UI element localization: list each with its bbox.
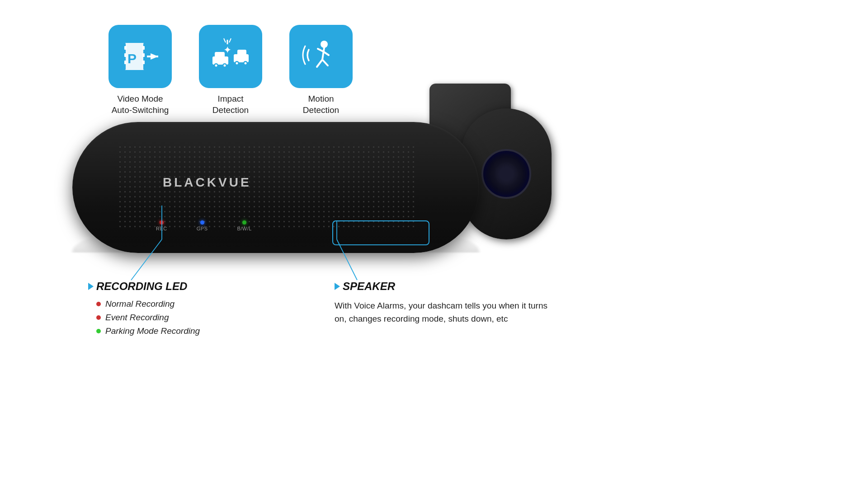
svg-rect-8 bbox=[142, 61, 145, 64]
speaker-description: With Voice Alarms, your dashcam tells yo… bbox=[335, 299, 552, 326]
svg-rect-7 bbox=[142, 53, 145, 57]
motion-detection-icon-box bbox=[289, 25, 353, 88]
video-mode-icon-box: P bbox=[108, 25, 172, 88]
svg-line-30 bbox=[318, 49, 323, 51]
svg-rect-4 bbox=[124, 53, 127, 57]
speaker-title: SPEAKER bbox=[335, 280, 552, 293]
led-bwl-label: B/W/L bbox=[237, 226, 251, 231]
led-bwl: B/W/L bbox=[237, 220, 251, 231]
svg-line-26 bbox=[224, 38, 226, 42]
dot-red-event bbox=[96, 315, 101, 320]
led-gps: GPS bbox=[197, 220, 208, 231]
svg-rect-6 bbox=[142, 46, 145, 50]
led-rec-dot bbox=[160, 220, 164, 225]
led-row: REC GPS B/W/L bbox=[156, 220, 252, 231]
led-gps-label: GPS bbox=[197, 226, 208, 231]
lens bbox=[481, 149, 531, 199]
led-rec: REC bbox=[156, 220, 167, 231]
svg-line-27 bbox=[229, 38, 231, 42]
speaker-annotation: SPEAKER With Voice Alarms, your dashcam … bbox=[335, 280, 552, 326]
svg-point-16 bbox=[215, 65, 217, 67]
page-container: P Video Mode Auto-Switching bbox=[0, 0, 868, 482]
led-gps-dot bbox=[200, 220, 204, 225]
list-item: Normal Recording bbox=[96, 299, 200, 309]
svg-line-29 bbox=[322, 48, 324, 60]
dot-green-parking bbox=[96, 329, 101, 333]
list-item: Event Recording bbox=[96, 313, 200, 323]
recording-led-list: Normal Recording Event Recording Parking… bbox=[96, 299, 200, 336]
recording-led-annotation: RECORDING LED Normal Recording Event Rec… bbox=[88, 280, 200, 340]
svg-rect-19 bbox=[237, 50, 246, 56]
svg-text:P: P bbox=[127, 51, 137, 66]
svg-rect-3 bbox=[124, 46, 127, 50]
impact-detection-icon: ✦ bbox=[210, 36, 251, 77]
motion-detection-icon bbox=[301, 36, 341, 77]
led-bwl-dot bbox=[242, 220, 246, 225]
impact-detection-icon-box: ✦ bbox=[199, 25, 262, 88]
svg-point-28 bbox=[321, 41, 328, 48]
dot-red-normal bbox=[96, 302, 101, 306]
svg-point-23 bbox=[245, 62, 247, 65]
recording-led-title: RECORDING LED bbox=[88, 280, 200, 293]
camera-main-body: BLACKVUE REC GPS B/W/L bbox=[72, 122, 479, 253]
brand-label: BLACKVUE bbox=[163, 175, 251, 190]
video-mode-icon: P bbox=[120, 36, 160, 77]
svg-line-32 bbox=[317, 60, 322, 67]
svg-text:✦: ✦ bbox=[223, 44, 231, 56]
led-rec-label: REC bbox=[156, 226, 167, 231]
svg-line-33 bbox=[322, 60, 328, 66]
grill-pattern bbox=[118, 145, 416, 228]
svg-rect-5 bbox=[124, 61, 127, 64]
camera-reflection bbox=[72, 237, 479, 253]
svg-point-22 bbox=[236, 62, 238, 65]
list-item: Parking Mode Recording bbox=[96, 326, 200, 336]
svg-point-17 bbox=[224, 65, 226, 67]
